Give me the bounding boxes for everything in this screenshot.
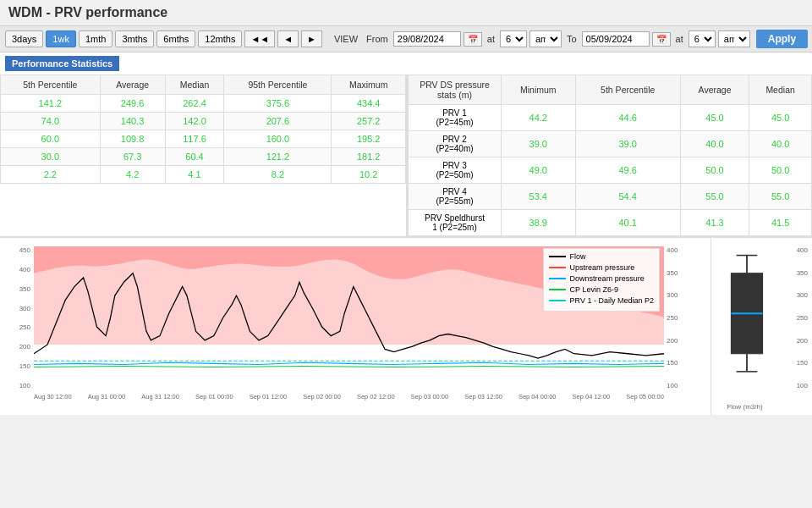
at-label-from: at [487,34,495,44]
col-header-avg: Average [100,75,165,95]
prv-label: PRV 1(P2=45m) [409,105,502,131]
from-hour-select[interactable]: 6 [500,30,527,47]
table-cell: 262.4 [165,95,224,113]
to-date-input[interactable] [582,31,650,47]
table-cell: 40.0 [749,131,812,157]
x-label-8: Sep 03 12:00 [464,393,502,400]
x-label-0: Aug 30 12:00 [34,393,72,400]
y-right-350: 350 [667,269,678,277]
x-label-5: Sep 02 00:00 [303,393,341,400]
legend-cp-label: CP Levin Z6-9 [570,285,618,294]
legend-flow-color [549,256,566,257]
table-cell: 44.6 [575,105,680,131]
page-title: WDM - PRV performance [0,0,812,25]
view-label: VIEW [334,34,358,44]
table-row: 30.067.360.4121.2181.2 [1,148,406,166]
table-row: PRV 1(P2=45m)44.244.645.045.0 [409,105,812,131]
y-left-450: 450 [19,246,30,254]
table-cell: 74.0 [1,113,101,130]
time-btn-1mth[interactable]: 1mth [79,30,112,47]
time-btn-12mths[interactable]: 12mths [198,30,242,47]
table-cell: 257.2 [332,113,406,130]
nav-prev-prev-btn[interactable]: ◄◄ [244,30,275,47]
prv-label: PRV 2(P2=40m) [409,131,502,157]
box-plot-svg [716,246,778,389]
table-row: PRV 3(P2=50m)49.049.650.050.0 [409,157,812,184]
col-header-avg-r: Average [680,75,749,105]
box-y-250: 250 [797,314,808,322]
from-ampm-select[interactable]: am pm [529,30,562,47]
chart-legend: Flow Upstream pressure Downstream pressu… [543,248,660,312]
stats-container: 5th Percentile Average Median 95th Perce… [0,75,812,237]
table-cell: 30.0 [1,148,101,166]
table-cell: 142.0 [165,113,224,130]
table-cell: 50.0 [680,157,749,184]
y-right-200: 200 [667,337,678,345]
table-cell: 195.2 [332,130,406,148]
table-cell: 141.2 [1,95,101,113]
legend-flow-label: Flow [570,252,586,261]
col-header-median: Median [165,75,224,95]
legend-cp-color [549,289,566,290]
table-cell: 44.2 [502,105,576,131]
time-btn-3mths[interactable]: 3mths [115,30,154,47]
table-cell: 434.4 [332,95,406,113]
legend-upstream: Upstream pressure [549,263,654,272]
table-cell: 60.0 [1,130,101,148]
prv-label: PRV Speldhurst1 (P2=25m) [409,210,502,236]
legend-cp: CP Levin Z6-9 [549,285,654,294]
table-cell: 55.0 [680,184,749,210]
table-row: PRV 4(P2=55m)53.454.455.055.0 [409,184,812,210]
nav-prev-btn[interactable]: ◄ [277,30,299,47]
box-y-400: 400 [797,246,808,254]
table-cell: 49.6 [575,157,680,184]
x-label-9: Sep 04 00:00 [518,393,557,400]
y-right-100: 100 [667,382,678,389]
time-btn-3days[interactable]: 3days [5,30,43,47]
content-area: Performance Statistics 5th Percentile Av… [0,52,812,415]
time-btn-6mths[interactable]: 6mths [156,30,195,47]
table-cell: 140.3 [100,113,165,130]
x-label-1: Aug 31 00:00 [88,393,126,400]
table-cell: 4.2 [100,166,165,184]
y-left-350: 350 [19,285,30,293]
to-ampm-select[interactable]: am pm [718,30,750,47]
from-cal-btn[interactable]: 📅 [464,32,482,47]
legend-upstream-label: Upstream pressure [570,263,635,272]
x-label-11: Sep 05 00:00 [626,393,664,400]
to-cal-btn[interactable]: 📅 [652,32,671,47]
right-stats-table: PRV DS pressure stats (m) Minimum 5th Pe… [406,75,812,236]
from-label: From [366,34,388,44]
from-date-input[interactable] [393,31,461,47]
legend-upstream-color [549,267,566,268]
table-cell: 55.0 [749,184,812,210]
time-btn-1wk[interactable]: 1wk [46,30,76,47]
y-left-300: 300 [19,305,30,312]
table-cell: 8.2 [224,166,332,184]
nav-next-btn[interactable]: ► [301,30,322,47]
left-stats-table: 5th Percentile Average Median 95th Perce… [0,75,406,236]
to-hour-select[interactable]: 6 [689,30,716,47]
table-row: 141.2249.6262.4375.6434.4 [1,95,406,113]
legend-downstream-label: Downstream pressure [570,274,645,283]
table-cell: 38.9 [502,210,576,236]
y-left-150: 150 [19,362,30,370]
legend-flow: Flow [549,252,654,261]
table-row: PRV 2(P2=40m)39.039.040.040.0 [409,131,812,157]
table-cell: 49.0 [502,157,576,184]
table-row: PRV Speldhurst1 (P2=25m)38.940.141.341.5 [409,210,812,236]
table-cell: 53.4 [502,184,576,210]
y-right-250: 250 [667,314,678,322]
chart-main: 450 400 350 300 250 200 150 100 [0,238,710,415]
table-cell: 45.0 [680,105,749,131]
table-cell: 10.2 [332,166,406,184]
y-left-200: 200 [19,343,30,351]
legend-prv1-label: PRV 1 - Daily Median P2 [570,296,654,305]
legend-prv1-color [549,300,566,301]
apply-button[interactable]: Apply [756,30,808,48]
x-axis-labels: Aug 30 12:00 Aug 31 00:00 Aug 31 12:00 S… [34,391,664,415]
x-label-10: Sep 04 12:00 [573,393,611,400]
table-cell: 117.6 [165,130,224,148]
table-cell: 109.8 [100,130,165,148]
col-header-5th-r: 5th Percentile [575,75,680,105]
